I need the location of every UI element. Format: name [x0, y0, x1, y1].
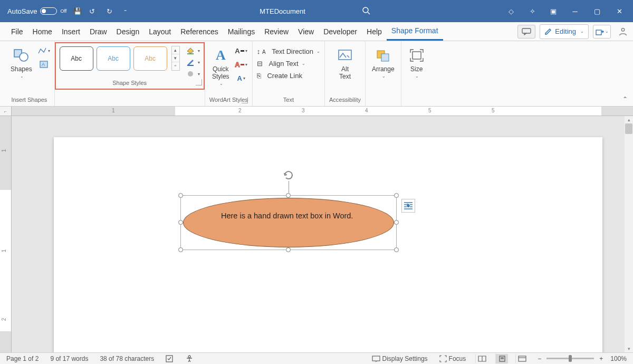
web-layout-view-button[interactable] [515, 354, 528, 363]
svg-rect-3 [596, 30, 601, 35]
status-chars[interactable]: 38 of 78 characters [98, 355, 156, 362]
search-button[interactable] [356, 6, 377, 16]
resize-handle-w[interactable] [178, 220, 183, 225]
resize-handle-n[interactable] [286, 193, 291, 198]
tab-developer[interactable]: Developer [319, 22, 362, 41]
svg-point-11 [188, 71, 193, 76]
zoom-slider[interactable] [546, 358, 594, 359]
resize-handle-sw[interactable] [178, 247, 183, 252]
align-text-button[interactable]: ⊟ Align Text⌄ [257, 60, 305, 68]
diamond-icon[interactable]: ◇ [506, 6, 516, 16]
shape-style-preset-1[interactable]: Abc [60, 46, 93, 71]
save-icon[interactable]: 💾 [73, 6, 82, 16]
status-accessibility-icon[interactable] [184, 355, 195, 362]
horizontal-ruler[interactable]: 1 2 3 4 5 5 [12, 107, 633, 116]
group-arrange: Arrange⌄ [366, 41, 401, 106]
arrange-button[interactable]: Arrange⌄ [370, 45, 397, 80]
group-shape-styles: Abc Abc Abc ▴▾⁼ ▾ ▾ ▾ Shape Styles [55, 41, 205, 106]
zoom-level[interactable]: 100% [608, 355, 629, 362]
redo-icon[interactable]: ↻ [104, 6, 114, 16]
ellipse-shape[interactable] [183, 198, 394, 247]
qat-more-icon[interactable]: ⁼ [120, 6, 130, 16]
layout-options-button[interactable] [401, 199, 415, 213]
scroll-down-icon[interactable]: ▾ [625, 345, 633, 352]
shape-fill-button[interactable]: ▾ [186, 47, 200, 54]
collapse-ribbon-button[interactable]: ⌃ [622, 95, 628, 103]
resize-handle-s[interactable] [286, 247, 291, 252]
size-button[interactable]: Size⌄ [406, 45, 428, 80]
document-title[interactable]: MTEDocument ⌄ [260, 7, 313, 15]
account-icon[interactable] [618, 27, 628, 36]
window-layout-icon[interactable]: ▣ [549, 6, 558, 16]
shape-style-preset-3[interactable]: Abc [133, 46, 167, 71]
text-effects-button[interactable]: A▾ [235, 73, 247, 83]
shapes-gallery-button[interactable]: Shapes ⌄ [8, 45, 34, 80]
editing-mode-button[interactable]: Editing ⌄ [540, 24, 589, 39]
wand-icon[interactable]: ✧ [528, 6, 537, 16]
vertical-scrollbar[interactable]: ▴ ▾ [625, 116, 633, 352]
close-button[interactable]: ✕ [614, 6, 625, 16]
text-fill-button[interactable]: A▾ [235, 45, 247, 56]
zoom-in-button[interactable]: + [597, 355, 605, 362]
status-spell-icon[interactable] [164, 355, 176, 362]
minimize-button[interactable]: ─ [570, 6, 580, 16]
tab-layout[interactable]: Layout [144, 22, 176, 41]
scrollbar-thumb[interactable] [625, 123, 632, 134]
share-button[interactable]: ⌄ [593, 25, 611, 39]
resize-handle-ne[interactable] [394, 193, 399, 198]
autosave-toggle[interactable]: AutoSave Off [7, 7, 66, 15]
tab-help[interactable]: Help [362, 22, 387, 41]
alt-text-button[interactable]: Alt Text [334, 45, 356, 81]
status-words[interactable]: 9 of 17 words [48, 355, 90, 362]
style-gallery-scroll[interactable]: ▴▾⁼ [171, 46, 180, 71]
text-direction-button[interactable]: ↕ A Text Direction⌄ [257, 47, 320, 55]
shape-styles-dialog-launcher[interactable] [196, 79, 202, 85]
tab-view[interactable]: View [293, 22, 319, 41]
tab-insert[interactable]: Insert [57, 22, 85, 41]
draw-text-box-button[interactable]: A [37, 59, 50, 70]
display-settings-button[interactable]: Display Settings [370, 355, 430, 362]
chevron-down-icon: ⌄ [580, 29, 584, 34]
resize-handle-e[interactable] [394, 220, 399, 225]
undo-icon[interactable]: ↺▾ [89, 6, 98, 16]
print-layout-view-button[interactable] [495, 354, 508, 363]
tab-draw[interactable]: Draw [85, 22, 112, 41]
zoom-out-button[interactable]: − [535, 355, 543, 362]
shape-outline-button[interactable]: ▾ [186, 59, 200, 66]
tab-references[interactable]: References [176, 22, 223, 41]
tab-review[interactable]: Review [260, 22, 293, 41]
selected-shape[interactable]: Here is a hand drawn text box in Word. [180, 195, 397, 250]
focus-mode-button[interactable]: Focus [437, 355, 468, 362]
ruler-corner: ⌐ [0, 107, 12, 116]
text-outline-button[interactable]: A▾ [235, 59, 247, 70]
shape-style-preset-2[interactable]: Abc [97, 46, 130, 71]
tab-shape-format[interactable]: Shape Format [387, 22, 443, 41]
tab-home[interactable]: Home [28, 22, 57, 41]
shape-text-content[interactable]: Here is a hand drawn text box in Word. [221, 210, 356, 222]
wordart-dialog-launcher[interactable] [242, 97, 248, 103]
resize-handle-se[interactable] [394, 247, 399, 252]
rotate-handle-icon[interactable] [283, 169, 294, 181]
ribbon-tabs: File Home Insert Draw Design Layout Refe… [0, 22, 633, 41]
vertical-ruler[interactable]: 1 1 2 [0, 116, 12, 352]
svg-point-17 [188, 356, 190, 358]
create-link-button[interactable]: ⎘ Create Link [257, 72, 302, 80]
zoom-control: − + 100% [535, 355, 629, 362]
status-page[interactable]: Page 1 of 2 [4, 355, 41, 362]
resize-handle-nw[interactable] [178, 193, 183, 198]
tab-file[interactable]: File [6, 22, 28, 41]
edit-shape-button[interactable]: ▾ [37, 45, 50, 56]
svg-rect-15 [413, 52, 421, 59]
tab-mailings[interactable]: Mailings [223, 22, 260, 41]
quick-styles-button[interactable]: A Quick Styles⌄ [209, 45, 232, 87]
svg-line-1 [368, 12, 370, 14]
shape-effects-button[interactable]: ▾ [186, 70, 200, 78]
maximize-button[interactable]: ▢ [592, 6, 602, 16]
svg-rect-18 [372, 356, 380, 361]
comments-button[interactable] [517, 25, 535, 39]
document-area[interactable]: Here is a hand drawn text box in Word. [12, 116, 633, 352]
scroll-up-icon[interactable]: ▴ [625, 116, 633, 123]
read-mode-view-button[interactable] [475, 354, 488, 363]
tab-design[interactable]: Design [112, 22, 145, 41]
svg-text:A: A [42, 62, 45, 67]
